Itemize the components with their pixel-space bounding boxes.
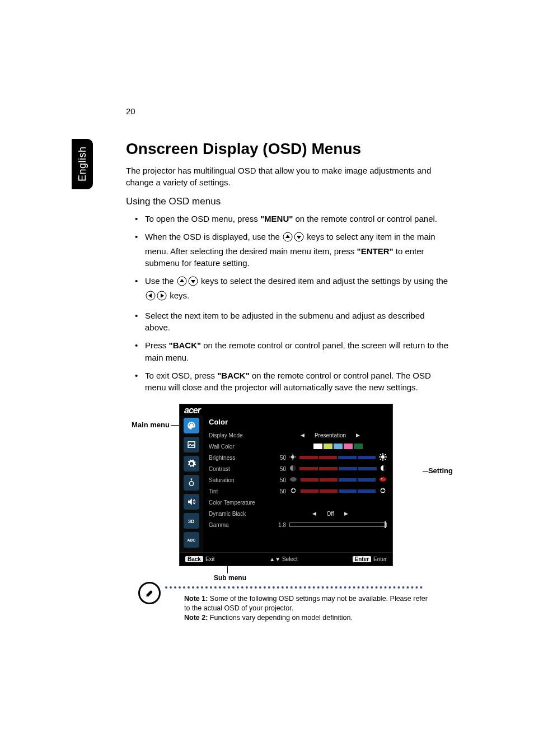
- row-label: Saturation: [209, 477, 270, 483]
- row-dynamic-black[interactable]: Dynamic Black ◀Off▶: [209, 508, 387, 519]
- left-arrow-icon[interactable]: ◀: [312, 511, 316, 516]
- osd-diagram: Main menu Setting acer 3D ABC: [132, 404, 445, 566]
- svg-marker-3: [297, 236, 301, 239]
- note-body: Functions vary depending on model defini…: [208, 614, 353, 622]
- audio-icon[interactable]: [184, 494, 199, 510]
- bullet-next-item: Select the next item to be adjusted in t…: [145, 310, 450, 334]
- row-brightness[interactable]: Brightness 50: [209, 452, 387, 463]
- palette-icon[interactable]: [184, 418, 199, 433]
- down-key-icon: [188, 276, 198, 290]
- row-contrast[interactable]: Contrast 50: [209, 463, 387, 474]
- row-gamma[interactable]: Gamma 1.8: [209, 519, 387, 530]
- exit-label: Exit: [205, 556, 215, 562]
- row-value: 50: [274, 455, 286, 461]
- back-key-icon: Back: [185, 556, 203, 562]
- svg-marker-1: [285, 235, 290, 238]
- osd-footer: BackExit ▲▼ Select EnterEnter: [180, 552, 392, 566]
- svg-marker-5: [180, 279, 184, 282]
- label-setting: Setting: [428, 466, 453, 475]
- note-body: Some of the following OSD settings may n…: [184, 595, 428, 612]
- text-fragment: Use the: [145, 276, 176, 286]
- text-fragment: Press: [145, 340, 169, 350]
- saturation-high-icon: [379, 477, 387, 483]
- svg-text:3D: 3D: [188, 519, 195, 524]
- svg-rect-12: [188, 442, 195, 448]
- svg-line-26: [380, 454, 381, 455]
- row-color-temperature[interactable]: Color Temperature: [209, 497, 387, 508]
- text-fragment: To open the OSD menu, press: [145, 214, 260, 223]
- up-key-icon: [177, 276, 187, 290]
- right-arrow-icon[interactable]: ▶: [344, 511, 348, 516]
- text-fragment: When the OSD is displayed, use the: [145, 232, 282, 241]
- svg-line-29: [385, 454, 386, 455]
- swatch-white[interactable]: [313, 444, 322, 449]
- swatch-lightblue[interactable]: [334, 444, 343, 449]
- wall-color-swatches[interactable]: [289, 444, 387, 449]
- page-title: Onscreen Display (OSD) Menus: [126, 140, 450, 158]
- osd-main-panel: Color Display Mode ◀Presentation▶ Wall C…: [203, 416, 392, 552]
- row-value: Presentation: [315, 432, 346, 438]
- key-label-back: "BACK": [169, 340, 202, 350]
- contrast-low-icon: [289, 465, 296, 473]
- updown-icon: ▲▼: [269, 556, 280, 562]
- row-value: 50: [274, 477, 286, 483]
- row-label: Wall Color: [209, 444, 270, 450]
- note-divider: [165, 586, 423, 589]
- gear-icon[interactable]: [184, 456, 199, 472]
- image-icon[interactable]: [184, 437, 199, 452]
- row-label: Color Temperature: [209, 500, 270, 506]
- svg-point-39: [381, 489, 382, 490]
- slider[interactable]: [299, 466, 377, 471]
- swatch-green[interactable]: [354, 444, 363, 449]
- slider[interactable]: [301, 489, 376, 493]
- osd-sidebar: 3D ABC: [180, 416, 203, 552]
- saturation-low-icon: [289, 477, 297, 483]
- down-key-icon: [294, 232, 304, 245]
- tint-high-icon: [379, 487, 387, 496]
- right-key-icon: [157, 291, 167, 304]
- row-label: Tint: [209, 488, 270, 494]
- note-1: Note 1: Some of the following OSD settin…: [184, 594, 430, 613]
- label-main-menu: Main menu: [132, 421, 170, 429]
- right-arrow-icon[interactable]: ▶: [356, 432, 360, 438]
- swatch-yellow[interactable]: [324, 444, 332, 449]
- row-saturation[interactable]: Saturation 50: [209, 474, 387, 486]
- left-key-icon: [146, 291, 156, 304]
- row-wall-color[interactable]: Wall Color: [209, 441, 387, 452]
- intro-text: The projector has multilingual OSD that …: [126, 165, 450, 188]
- management-icon[interactable]: [184, 475, 199, 491]
- svg-line-27: [385, 459, 386, 460]
- key-label-back: "BACK": [217, 371, 250, 380]
- tint-low-icon: [289, 487, 297, 496]
- 3d-icon[interactable]: 3D: [184, 513, 199, 529]
- svg-point-37: [294, 489, 295, 490]
- bullet-exit: To exit OSD, press "BACK" on the remote …: [145, 370, 450, 394]
- gamma-slider[interactable]: [289, 522, 387, 527]
- enter-label: Enter: [373, 556, 387, 562]
- page-number: 20: [126, 106, 135, 116]
- row-tint[interactable]: Tint 50: [209, 486, 387, 497]
- contrast-high-icon: [380, 465, 387, 473]
- brightness-high-icon: [379, 453, 387, 462]
- left-arrow-icon[interactable]: ◀: [301, 432, 305, 438]
- note-block: Note 1: Some of the following OSD settin…: [126, 586, 450, 623]
- svg-point-36: [292, 489, 293, 490]
- language-tab: English: [72, 139, 93, 189]
- row-label: Dynamic Black: [209, 511, 270, 517]
- row-display-mode[interactable]: Display Mode ◀Presentation▶: [209, 430, 387, 441]
- note-2: Note 2: Functions vary depending on mode…: [184, 613, 430, 623]
- slider[interactable]: [299, 455, 376, 460]
- row-label: Contrast: [209, 466, 270, 472]
- callout-line: [171, 425, 179, 426]
- row-value: 1.8: [274, 522, 286, 528]
- svg-marker-11: [161, 293, 164, 298]
- row-value: 50: [274, 488, 286, 494]
- up-key-icon: [283, 232, 293, 245]
- swatch-pink[interactable]: [344, 444, 353, 449]
- bullet-select-item: When the OSD is displayed, use the keys …: [145, 231, 450, 269]
- osd-title: Color: [209, 416, 387, 430]
- svg-marker-7: [191, 280, 195, 283]
- row-label: Display Mode: [209, 432, 270, 438]
- abc-icon[interactable]: ABC: [184, 532, 199, 548]
- slider[interactable]: [301, 478, 376, 482]
